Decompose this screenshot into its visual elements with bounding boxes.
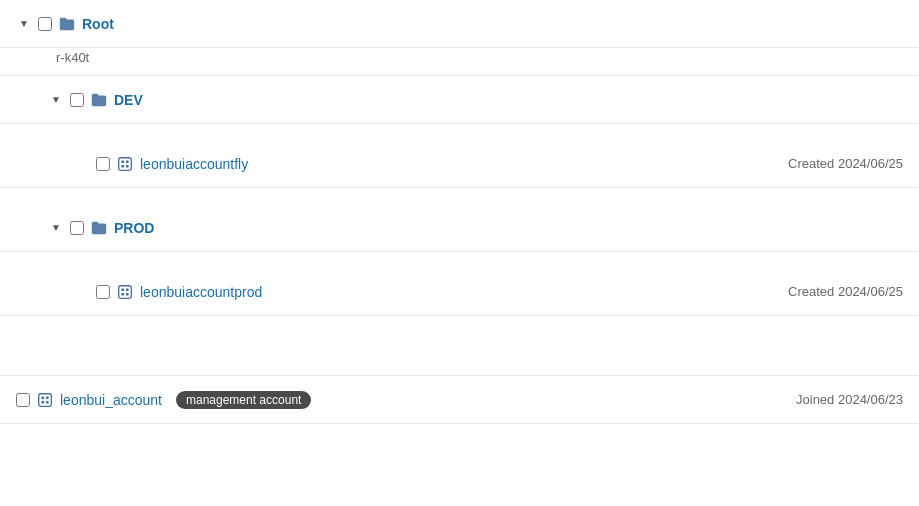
prod-account-checkbox[interactable]	[96, 285, 110, 299]
svg-rect-3	[121, 164, 124, 167]
root-id: r-k40t	[56, 50, 89, 65]
dev-account-row: leonbuiaccountfly Created 2024/06/25	[0, 140, 919, 188]
prod-label[interactable]: PROD	[114, 220, 154, 236]
spacer-large	[0, 316, 919, 376]
management-account-row-left: leonbui_account management account	[16, 391, 796, 409]
prod-account-date: Created 2024/06/25	[788, 284, 903, 299]
svg-rect-1	[121, 160, 124, 163]
root-row: ▼ Root	[0, 0, 919, 48]
dev-label[interactable]: DEV	[114, 92, 143, 108]
management-account-checkbox[interactable]	[16, 393, 30, 407]
prod-account-icon	[116, 283, 134, 301]
management-account-label[interactable]: leonbui_account	[60, 392, 162, 408]
svg-rect-0	[119, 157, 132, 170]
dev-account-row-left: leonbuiaccountfly	[96, 155, 788, 173]
management-account-icon	[36, 391, 54, 409]
svg-rect-6	[121, 288, 124, 291]
root-chevron[interactable]: ▼	[16, 16, 32, 32]
dev-account-label[interactable]: leonbuiaccountfly	[140, 156, 248, 172]
prod-ou-row-left: ▼ PROD	[48, 219, 903, 237]
dev-account-icon	[116, 155, 134, 173]
root-checkbox[interactable]	[38, 17, 52, 31]
spacer-2	[0, 188, 919, 204]
dev-ou-row: ▼ DEV	[0, 76, 919, 124]
prod-account-row-left: leonbuiaccountprod	[96, 283, 788, 301]
dev-ou-row-left: ▼ DEV	[48, 91, 903, 109]
prod-checkbox[interactable]	[70, 221, 84, 235]
root-folder-icon	[58, 15, 76, 33]
prod-account-label[interactable]: leonbuiaccountprod	[140, 284, 262, 300]
prod-chevron[interactable]: ▼	[48, 220, 64, 236]
dev-chevron[interactable]: ▼	[48, 92, 64, 108]
prod-account-row: leonbuiaccountprod Created 2024/06/25	[0, 268, 919, 316]
svg-rect-2	[126, 160, 129, 163]
root-label[interactable]: Root	[82, 16, 114, 32]
tree-container: ▼ Root r-k40t ▼ DEV	[0, 0, 919, 506]
management-account-date: Joined 2024/06/23	[796, 392, 903, 407]
root-row-left: ▼ Root	[16, 15, 903, 33]
root-id-row: r-k40t	[0, 48, 919, 76]
svg-rect-14	[46, 400, 49, 403]
svg-rect-7	[126, 288, 129, 291]
svg-rect-5	[119, 285, 132, 298]
svg-rect-10	[39, 393, 52, 406]
spacer-1	[0, 124, 919, 140]
prod-ou-row: ▼ PROD	[0, 204, 919, 252]
management-account-row: leonbui_account management account Joine…	[0, 376, 919, 424]
spacer-3	[0, 252, 919, 268]
prod-folder-icon	[90, 219, 108, 237]
svg-rect-13	[41, 400, 44, 403]
management-badge: management account	[176, 391, 311, 409]
svg-rect-4	[126, 164, 129, 167]
dev-folder-icon	[90, 91, 108, 109]
dev-account-date: Created 2024/06/25	[788, 156, 903, 171]
svg-rect-12	[46, 396, 49, 399]
svg-rect-11	[41, 396, 44, 399]
dev-account-checkbox[interactable]	[96, 157, 110, 171]
dev-checkbox[interactable]	[70, 93, 84, 107]
svg-rect-9	[126, 292, 129, 295]
svg-rect-8	[121, 292, 124, 295]
